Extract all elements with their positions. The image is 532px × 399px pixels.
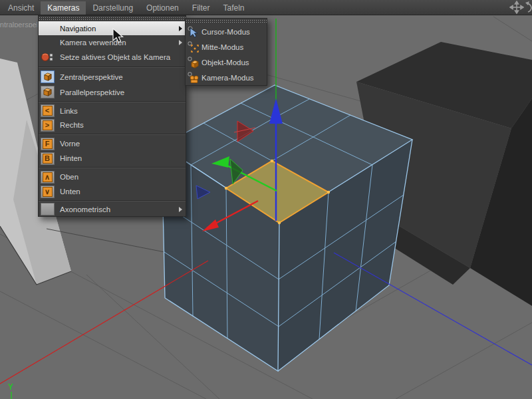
menu-item-links[interactable]: < Links — [39, 104, 186, 118]
back-view-icon: B — [43, 154, 53, 164]
mouse-cursor — [112, 28, 125, 45]
object-mode-icon — [188, 57, 200, 68]
menubar-item-kameras[interactable]: Kameras — [41, 1, 86, 15]
right-chevron-icon: > — [43, 120, 53, 130]
menubar-item-darstellung[interactable]: Darstellung — [86, 1, 140, 15]
menu-item-unten[interactable]: ∨ Unten — [39, 184, 186, 199]
down-chevron-icon: ∨ — [43, 187, 53, 197]
submenu-item-mitte-modus[interactable]: Mitte-Modus — [186, 39, 267, 55]
menubar-item-optionen[interactable]: Optionen — [140, 1, 186, 15]
menu-item-axonometrisch[interactable]: Axonometrisch — [39, 202, 186, 216]
menu-tearoff-strip[interactable] — [39, 16, 186, 21]
submenu-tearoff-strip[interactable] — [186, 19, 267, 23]
front-view-icon: F — [43, 139, 53, 149]
menu-item-setze-aktives-objekt-als-kamera[interactable]: Setze aktives Objekt als Kamera — [39, 49, 186, 65]
parallel-perspective-icon — [43, 87, 53, 97]
submenu-arrow-icon — [179, 26, 182, 31]
submenu-arrow-icon — [179, 207, 182, 212]
kameras-menu: Navigation Kamera verwenden Setze aktive… — [38, 15, 186, 217]
menubar-item-ansicht[interactable]: Ansicht — [1, 1, 41, 15]
submenu-item-objekt-modus[interactable]: Objekt-Modus — [186, 55, 267, 70]
set-active-object-as-camera-icon — [41, 52, 54, 63]
menu-item-vorne[interactable]: F Vorne — [39, 136, 186, 151]
camera-mode-icon — [188, 72, 200, 84]
central-perspective-icon — [43, 72, 53, 82]
application-window: { "menubar": { "items": [ {"label": "Ans… — [0, 0, 532, 399]
viewport-menubar: Ansicht Kameras Darstellung Optionen Fil… — [0, 0, 532, 15]
menu-item-rechts[interactable]: > Rechts — [39, 118, 186, 132]
rotate-view-icon[interactable] — [525, 1, 532, 14]
menu-item-hinten[interactable]: B Hinten — [39, 151, 186, 166]
world-y-axis-label: Y — [8, 382, 13, 392]
cursor-mode-icon — [188, 26, 200, 38]
menubar-item-filter[interactable]: Filter — [186, 1, 217, 15]
pan-view-icon[interactable] — [509, 1, 524, 14]
menu-item-parallelperspektive[interactable]: Parallelperspektive — [39, 84, 186, 100]
center-mode-icon — [188, 41, 200, 53]
submenu-arrow-icon — [179, 40, 182, 45]
up-chevron-icon: ∧ — [43, 172, 53, 182]
submenu-item-cursor-modus[interactable]: Cursor-Modus — [186, 24, 267, 39]
viewport-camera-label: Zentralperspektive — [0, 18, 37, 27]
left-chevron-icon: < — [43, 106, 53, 116]
menubar-item-tafeln[interactable]: Tafeln — [216, 1, 251, 15]
navigation-submenu: Cursor-Modus Mitte-Modus Objekt-Modu — [185, 18, 267, 86]
submenu-item-kamera-modus[interactable]: Kamera-Modus — [186, 70, 267, 85]
menu-item-zentralperspektive[interactable]: Zentralperspektive — [39, 69, 186, 84]
menu-item-oben[interactable]: ∧ Oben — [39, 170, 186, 184]
